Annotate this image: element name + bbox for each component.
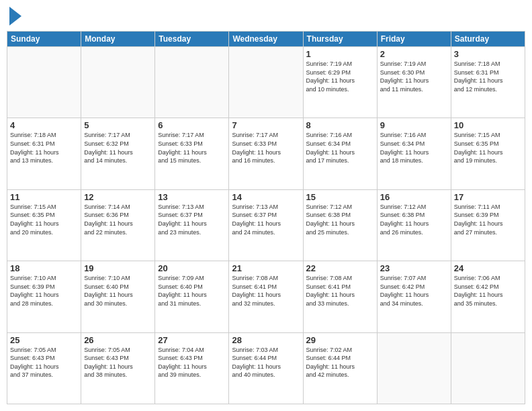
day-number: 29 xyxy=(306,335,374,345)
day-info: Sunrise: 7:06 AM Sunset: 6:42 PM Dayligh… xyxy=(454,274,522,308)
day-number: 21 xyxy=(232,263,300,273)
day-number: 5 xyxy=(84,120,152,130)
logo xyxy=(7,7,21,26)
day-info: Sunrise: 7:04 AM Sunset: 6:43 PM Dayligh… xyxy=(158,346,226,379)
day-info: Sunrise: 7:14 AM Sunset: 6:36 PM Dayligh… xyxy=(84,203,152,236)
day-info: Sunrise: 7:05 AM Sunset: 6:43 PM Dayligh… xyxy=(84,346,152,379)
day-number: 15 xyxy=(306,192,374,202)
day-number: 11 xyxy=(10,192,78,202)
day-info: Sunrise: 7:03 AM Sunset: 6:44 PM Dayligh… xyxy=(232,346,300,379)
day-number: 23 xyxy=(380,263,448,273)
day-info: Sunrise: 7:17 AM Sunset: 6:33 PM Dayligh… xyxy=(158,131,226,165)
calendar-cell xyxy=(155,47,229,118)
calendar-table: SundayMondayTuesdayWednesdayThursdayFrid… xyxy=(7,31,525,404)
day-info: Sunrise: 7:19 AM Sunset: 6:30 PM Dayligh… xyxy=(380,60,448,93)
day-number: 12 xyxy=(84,192,152,202)
day-info: Sunrise: 7:02 AM Sunset: 6:44 PM Dayligh… xyxy=(306,346,374,379)
calendar-cell: 7Sunrise: 7:17 AM Sunset: 6:33 PM Daylig… xyxy=(229,118,303,189)
calendar-cell: 8Sunrise: 7:16 AM Sunset: 6:34 PM Daylig… xyxy=(303,118,377,189)
day-info: Sunrise: 7:08 AM Sunset: 6:41 PM Dayligh… xyxy=(232,274,300,308)
calendar-cell: 28Sunrise: 7:03 AM Sunset: 6:44 PM Dayli… xyxy=(229,332,303,404)
day-info: Sunrise: 7:16 AM Sunset: 6:34 PM Dayligh… xyxy=(306,131,374,165)
day-info: Sunrise: 7:15 AM Sunset: 6:35 PM Dayligh… xyxy=(454,131,522,165)
day-number: 7 xyxy=(232,120,300,130)
calendar-cell: 27Sunrise: 7:04 AM Sunset: 6:43 PM Dayli… xyxy=(155,332,229,404)
calendar-cell: 10Sunrise: 7:15 AM Sunset: 6:35 PM Dayli… xyxy=(451,118,525,189)
calendar-cell: 26Sunrise: 7:05 AM Sunset: 6:43 PM Dayli… xyxy=(81,332,155,404)
day-info: Sunrise: 7:07 AM Sunset: 6:42 PM Dayligh… xyxy=(380,274,448,308)
day-number: 17 xyxy=(454,192,522,202)
day-number: 2 xyxy=(380,49,448,59)
calendar-cell: 23Sunrise: 7:07 AM Sunset: 6:42 PM Dayli… xyxy=(377,261,451,332)
day-number: 1 xyxy=(306,49,374,59)
day-info: Sunrise: 7:10 AM Sunset: 6:39 PM Dayligh… xyxy=(10,274,78,308)
calendar-cell: 1Sunrise: 7:19 AM Sunset: 6:29 PM Daylig… xyxy=(303,47,377,118)
calendar-week-row: 25Sunrise: 7:05 AM Sunset: 6:43 PM Dayli… xyxy=(7,332,525,404)
calendar-cell: 17Sunrise: 7:11 AM Sunset: 6:39 PM Dayli… xyxy=(451,189,525,261)
calendar-cell: 16Sunrise: 7:12 AM Sunset: 6:38 PM Dayli… xyxy=(377,189,451,261)
calendar-week-row: 1Sunrise: 7:19 AM Sunset: 6:29 PM Daylig… xyxy=(7,47,525,118)
logo-text xyxy=(7,7,21,26)
day-info: Sunrise: 7:12 AM Sunset: 6:38 PM Dayligh… xyxy=(306,203,374,236)
day-number: 13 xyxy=(158,192,226,202)
day-info: Sunrise: 7:13 AM Sunset: 6:37 PM Dayligh… xyxy=(158,203,226,236)
calendar-cell: 4Sunrise: 7:18 AM Sunset: 6:31 PM Daylig… xyxy=(7,118,81,189)
day-info: Sunrise: 7:17 AM Sunset: 6:32 PM Dayligh… xyxy=(84,131,152,165)
day-of-week-header: Saturday xyxy=(451,32,525,47)
calendar-cell: 25Sunrise: 7:05 AM Sunset: 6:43 PM Dayli… xyxy=(7,332,81,404)
calendar-cell xyxy=(81,47,155,118)
day-info: Sunrise: 7:05 AM Sunset: 6:43 PM Dayligh… xyxy=(10,346,78,379)
day-info: Sunrise: 7:18 AM Sunset: 6:31 PM Dayligh… xyxy=(10,131,78,165)
day-number: 4 xyxy=(10,120,78,130)
day-of-week-header: Monday xyxy=(81,32,155,47)
calendar-cell: 14Sunrise: 7:13 AM Sunset: 6:37 PM Dayli… xyxy=(229,189,303,261)
calendar-cell: 20Sunrise: 7:09 AM Sunset: 6:40 PM Dayli… xyxy=(155,261,229,332)
day-number: 22 xyxy=(306,263,374,273)
day-info: Sunrise: 7:15 AM Sunset: 6:35 PM Dayligh… xyxy=(10,203,78,236)
day-number: 14 xyxy=(232,192,300,202)
day-number: 24 xyxy=(454,263,522,273)
day-number: 26 xyxy=(84,335,152,345)
calendar-cell xyxy=(377,332,451,404)
calendar-week-row: 11Sunrise: 7:15 AM Sunset: 6:35 PM Dayli… xyxy=(7,189,525,261)
day-info: Sunrise: 7:17 AM Sunset: 6:33 PM Dayligh… xyxy=(232,131,300,165)
calendar-cell xyxy=(229,47,303,118)
day-number: 28 xyxy=(232,335,300,345)
day-number: 27 xyxy=(158,335,226,345)
day-number: 8 xyxy=(306,120,374,130)
calendar-cell xyxy=(451,332,525,404)
day-info: Sunrise: 7:16 AM Sunset: 6:34 PM Dayligh… xyxy=(380,131,448,165)
day-info: Sunrise: 7:09 AM Sunset: 6:40 PM Dayligh… xyxy=(158,274,226,308)
day-of-week-header: Wednesday xyxy=(229,32,303,47)
day-number: 6 xyxy=(158,120,226,130)
svg-marker-0 xyxy=(9,7,21,26)
logo-icon xyxy=(8,7,21,26)
day-number: 16 xyxy=(380,192,448,202)
day-info: Sunrise: 7:13 AM Sunset: 6:37 PM Dayligh… xyxy=(232,203,300,236)
day-number: 25 xyxy=(10,335,78,345)
day-number: 18 xyxy=(10,263,78,273)
calendar-cell: 19Sunrise: 7:10 AM Sunset: 6:40 PM Dayli… xyxy=(81,261,155,332)
calendar-cell: 6Sunrise: 7:17 AM Sunset: 6:33 PM Daylig… xyxy=(155,118,229,189)
day-info: Sunrise: 7:19 AM Sunset: 6:29 PM Dayligh… xyxy=(306,60,374,93)
calendar-week-row: 18Sunrise: 7:10 AM Sunset: 6:39 PM Dayli… xyxy=(7,261,525,332)
calendar-week-row: 4Sunrise: 7:18 AM Sunset: 6:31 PM Daylig… xyxy=(7,118,525,189)
calendar-cell xyxy=(7,47,81,118)
day-number: 10 xyxy=(454,120,522,130)
page: SundayMondayTuesdayWednesdayThursdayFrid… xyxy=(0,0,532,411)
calendar-cell: 18Sunrise: 7:10 AM Sunset: 6:39 PM Dayli… xyxy=(7,261,81,332)
day-number: 9 xyxy=(380,120,448,130)
day-info: Sunrise: 7:08 AM Sunset: 6:41 PM Dayligh… xyxy=(306,274,374,308)
calendar-cell: 5Sunrise: 7:17 AM Sunset: 6:32 PM Daylig… xyxy=(81,118,155,189)
day-info: Sunrise: 7:12 AM Sunset: 6:38 PM Dayligh… xyxy=(380,203,448,236)
calendar-cell: 12Sunrise: 7:14 AM Sunset: 6:36 PM Dayli… xyxy=(81,189,155,261)
day-of-week-header: Thursday xyxy=(303,32,377,47)
day-of-week-header: Friday xyxy=(377,32,451,47)
calendar-header-row: SundayMondayTuesdayWednesdayThursdayFrid… xyxy=(7,32,525,47)
day-number: 20 xyxy=(158,263,226,273)
calendar-cell: 24Sunrise: 7:06 AM Sunset: 6:42 PM Dayli… xyxy=(451,261,525,332)
day-number: 3 xyxy=(454,49,522,59)
day-info: Sunrise: 7:10 AM Sunset: 6:40 PM Dayligh… xyxy=(84,274,152,308)
calendar-cell: 2Sunrise: 7:19 AM Sunset: 6:30 PM Daylig… xyxy=(377,47,451,118)
calendar-cell: 13Sunrise: 7:13 AM Sunset: 6:37 PM Dayli… xyxy=(155,189,229,261)
